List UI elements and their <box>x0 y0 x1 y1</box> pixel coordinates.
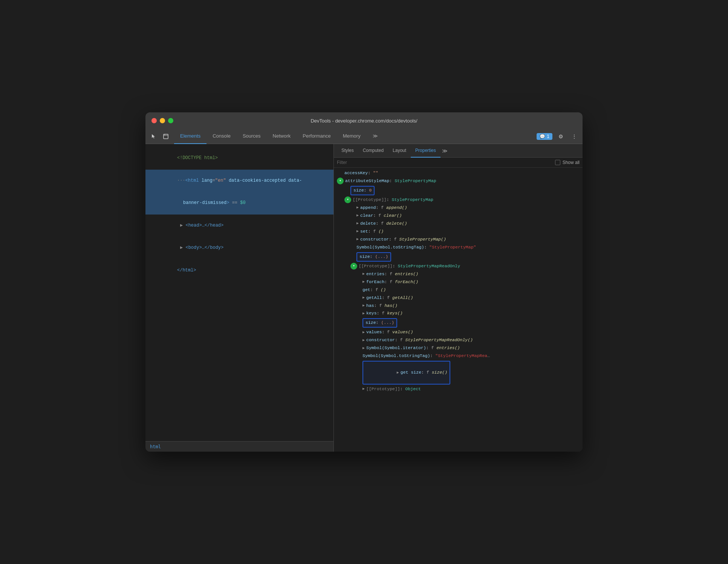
prop-get-size[interactable]: ▶get size: f size() <box>334 360 583 385</box>
right-panel-tabs: Styles Computed Layout Properties ≫ <box>334 144 583 158</box>
notification-badge[interactable]: 💬 1 <box>537 133 552 140</box>
more-options-icon[interactable]: ⋮ <box>569 131 580 142</box>
prop-size-0: size: 0 <box>334 185 583 196</box>
dom-doctype: <!DOCTYPE html> <box>145 147 333 170</box>
expand-attributestylemap-icon[interactable]: ▾ <box>337 178 344 184</box>
tab-layout[interactable]: Layout <box>388 144 411 158</box>
cursor-icon[interactable] <box>148 131 159 142</box>
tab-computed[interactable]: Computed <box>358 144 388 158</box>
prop-append[interactable]: ▶append: f append() <box>334 204 583 212</box>
settings-icon[interactable]: ⚙ <box>555 131 566 142</box>
prop-delete[interactable]: ▶delete: f delete() <box>334 220 583 228</box>
close-button[interactable] <box>151 118 157 123</box>
main-tabs: Elements Console Sources Network Perform… <box>174 129 384 144</box>
tab-network[interactable]: Network <box>267 129 297 144</box>
tab-performance[interactable]: Performance <box>297 129 336 144</box>
prop-proto-object[interactable]: ▶[[Prototype]]: Object <box>334 385 583 393</box>
minimize-button[interactable] <box>160 118 165 123</box>
svg-rect-0 <box>164 134 168 139</box>
show-all-checkbox[interactable] <box>555 160 560 165</box>
dom-html-open[interactable]: ···<html lang="en" data-cookies-accepted… <box>145 170 333 192</box>
main-content: <!DOCTYPE html> ···<html lang="en" data-… <box>145 144 583 452</box>
dom-panel: <!DOCTYPE html> ···<html lang="en" data-… <box>145 144 334 452</box>
prop-proto-stylemap[interactable]: ▾[[Prototype]]: StylePropertyMap <box>334 196 583 204</box>
prop-attributestylemap[interactable]: ▾attributeStyleMap: StylePropertyMap <box>334 177 583 185</box>
toolbar-icons <box>148 131 171 142</box>
breadcrumb-html[interactable]: html <box>150 444 161 449</box>
tab-memory[interactable]: Memory <box>337 129 367 144</box>
tab-sources[interactable]: Sources <box>237 129 267 144</box>
prop-constructor-stylemapro[interactable]: ▶constructor: f StylePropertyMapReadOnly… <box>334 336 583 344</box>
prop-foreach[interactable]: ▶forEach: f forEach() <box>334 278 583 286</box>
prop-accesskey: accessKey: "" <box>334 169 583 177</box>
dom-html-close: </html> <box>145 259 333 282</box>
inspect-icon[interactable] <box>161 131 171 142</box>
prop-symbol-tostring-1: Symbol(Symbol.toStringTag): "StyleProper… <box>334 244 583 251</box>
dom-breadcrumb: html <box>145 441 333 452</box>
tab-properties[interactable]: Properties <box>411 144 440 158</box>
right-panel: Styles Computed Layout Properties ≫ <box>334 144 583 452</box>
expand-proto-stylemapro-icon[interactable]: ▾ <box>350 263 357 270</box>
properties-content[interactable]: accessKey: "" ▾attributeStyleMap: StyleP… <box>334 168 583 452</box>
filter-input[interactable] <box>337 160 552 165</box>
prop-keys[interactable]: ▶keys: f keys() <box>334 310 583 317</box>
dom-head[interactable]: ▶ <head>…</head> <box>145 215 333 237</box>
prop-size-dots-1: size: (...) <box>334 251 583 262</box>
window-title: DevTools - developer.chrome.com/docs/dev… <box>310 118 417 124</box>
tab-console[interactable]: Console <box>206 129 237 144</box>
prop-has[interactable]: ▶has: f has() <box>334 302 583 310</box>
dom-body[interactable]: ▶ <body>…</body> <box>145 237 333 259</box>
prop-proto-stylemapreadonly[interactable]: ▾[[Prototype]]: StylePropertyMapReadOnly <box>334 262 583 270</box>
devtools-window: DevTools - developer.chrome.com/docs/dev… <box>145 112 583 452</box>
tab-styles[interactable]: Styles <box>337 144 358 158</box>
prop-size-dots-2: size: (...) <box>334 317 583 328</box>
prop-get: get: f () <box>334 286 583 294</box>
expand-proto-stylemap-icon[interactable]: ▾ <box>344 196 351 203</box>
prop-getall[interactable]: ▶getAll: f getAll() <box>334 294 583 302</box>
prop-symbol-iterator[interactable]: ▶Symbol(Symbol.iterator): f entries() <box>334 344 583 352</box>
tab-elements[interactable]: Elements <box>174 129 206 144</box>
prop-entries[interactable]: ▶entries: f entries() <box>334 270 583 278</box>
dom-html-cont: banner-dismissed> == $0 <box>145 192 333 215</box>
prop-symbol-tostring-2: Symbol(Symbol.toStringTag): "StyleProper… <box>334 352 583 360</box>
traffic-lights <box>151 118 173 123</box>
main-toolbar: Elements Console Sources Network Perform… <box>145 129 583 144</box>
prop-clear[interactable]: ▶clear: f clear() <box>334 212 583 220</box>
show-all-label[interactable]: Show all <box>555 160 580 165</box>
prop-set[interactable]: ▶set: f () <box>334 228 583 236</box>
prop-values[interactable]: ▶values: f values() <box>334 328 583 336</box>
maximize-button[interactable] <box>168 118 173 123</box>
prop-constructor-stylemap[interactable]: ▶constructor: f StylePropertyMap() <box>334 236 583 244</box>
right-tabs-more[interactable]: ≫ <box>442 148 448 154</box>
tab-more[interactable]: ≫ <box>367 129 384 144</box>
filter-bar: Show all <box>334 158 583 168</box>
toolbar-right: 💬 1 ⚙ ⋮ <box>537 131 580 142</box>
titlebar: DevTools - developer.chrome.com/docs/dev… <box>145 112 583 129</box>
dom-tree[interactable]: <!DOCTYPE html> ···<html lang="en" data-… <box>145 144 333 441</box>
